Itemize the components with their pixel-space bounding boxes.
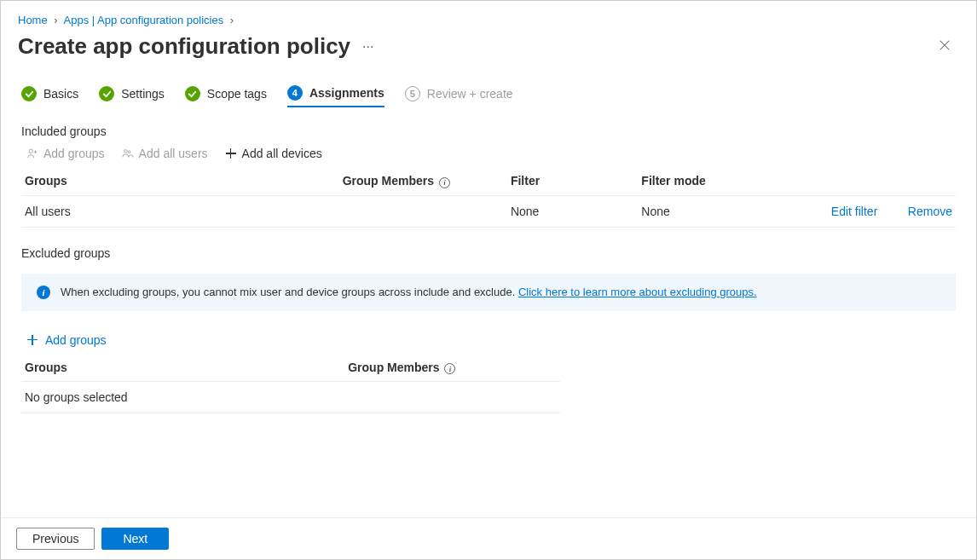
add-excluded-groups-button[interactable]: Add groups [1,328,127,355]
step-tabs: Basics Settings Scope tags 4 Assignments… [1,77,976,113]
info-banner: i When excluding groups, you cannot mix … [21,274,956,311]
included-groups-table: Groups Group Members i Filter Filter mod… [21,169,956,228]
checkmark-icon [21,86,37,101]
remove-link[interactable]: Remove [881,195,956,227]
toolbar-label: Add all users [139,147,208,160]
excluded-groups-heading: Excluded groups [1,228,976,274]
edit-filter-link[interactable]: Edit filter [769,195,882,227]
tab-review-create: 5 Review + create [405,86,513,107]
tab-assignments[interactable]: 4 Assignments [287,85,384,107]
add-groups-label: Add groups [45,333,107,347]
chevron-right-icon: › [54,14,57,26]
chevron-right-icon: › [230,14,234,26]
empty-text: No groups selected [21,382,560,413]
page-title: Create app configuration policy [18,33,350,60]
next-button[interactable]: Next [101,528,169,550]
people-icon [122,147,134,159]
tab-label: Assignments [309,86,384,100]
col-groups: Groups [21,355,344,382]
tab-scope-tags[interactable]: Scope tags [185,86,267,107]
info-icon[interactable]: i [439,177,450,188]
tab-settings[interactable]: Settings [99,86,165,107]
breadcrumb: Home › Apps | App configuration policies… [1,1,976,26]
included-toolbar: Add groups Add all users Add all devices [1,147,976,169]
learn-more-link[interactable]: Click here to learn more about excluding… [518,286,757,298]
table-row: All users None None Edit filter Remove [21,195,956,227]
breadcrumb-apps[interactable]: Apps | App configuration policies [64,14,224,26]
close-button[interactable] [934,36,956,58]
more-actions-button[interactable]: ··· [362,39,373,55]
col-members: Group Members i [339,169,507,195]
cell-filter: None [507,195,638,227]
included-groups-heading: Included groups [1,113,976,147]
col-filter-mode: Filter mode [638,169,768,195]
svg-point-0 [29,149,32,153]
banner-text: When excluding groups, you cannot mix us… [61,286,757,298]
toolbar-label: Add all devices [242,147,322,160]
breadcrumb-home[interactable]: Home [18,14,48,26]
col-remove [881,169,956,195]
info-icon[interactable]: i [444,363,455,374]
add-all-devices-button[interactable]: Add all devices [225,147,322,160]
checkmark-icon [99,86,114,101]
svg-point-1 [124,150,127,153]
add-all-users-button[interactable]: Add all users [122,147,208,160]
tab-label: Review + create [427,87,513,101]
tab-label: Settings [121,87,165,101]
col-filter: Filter [507,169,638,195]
tab-basics[interactable]: Basics [21,86,78,107]
tab-label: Basics [43,87,78,101]
step-number-icon: 5 [405,86,420,101]
cell-filter-mode: None [638,195,768,227]
checkmark-icon [185,86,200,101]
toolbar-label: Add groups [43,147,105,160]
page-header: Create app configuration policy ··· [1,26,976,77]
previous-button[interactable]: Previous [16,528,95,550]
step-number-icon: 4 [287,85,303,101]
close-icon [939,39,951,51]
plus-icon [225,147,237,159]
svg-point-2 [128,151,130,153]
plus-icon [26,334,38,346]
col-members: Group Members i [344,355,560,382]
person-add-icon [26,147,38,159]
col-edit [769,169,882,195]
add-groups-button[interactable]: Add groups [26,147,105,160]
info-icon: i [37,286,50,299]
cell-group: All users [21,195,339,227]
wizard-footer: Previous Next [1,517,976,559]
col-groups: Groups [21,169,339,195]
excluded-groups-table: Groups Group Members i No groups selecte… [21,355,560,414]
tab-label: Scope tags [207,87,267,101]
table-row-empty: No groups selected [21,382,560,413]
cell-members [339,195,507,227]
